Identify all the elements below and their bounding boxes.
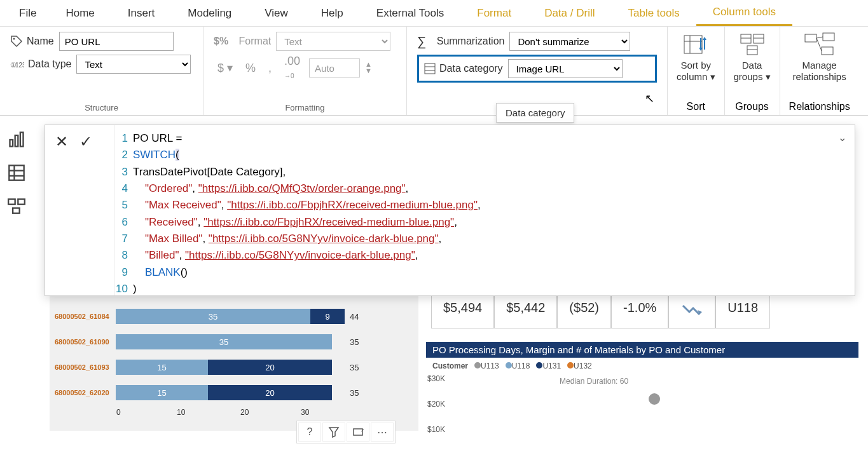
summarization-select[interactable]: Don't summarize [509, 32, 630, 51]
sort-icon [682, 32, 710, 57]
filter-icon[interactable] [322, 423, 345, 442]
bar-row: 68000502_6108435944 [55, 306, 418, 327]
groups-icon [738, 32, 766, 57]
relationships-icon [804, 32, 836, 57]
svg-rect-6 [684, 36, 702, 53]
svg-rect-28 [18, 199, 25, 205]
group-groups: Groups [735, 101, 768, 112]
svg-rect-21 [15, 135, 18, 147]
tag-icon [10, 35, 23, 48]
tab-data-drill[interactable]: Data / Drill [528, 0, 611, 26]
svg-text:123: 123 [15, 62, 24, 69]
name-label: Name [10, 35, 54, 48]
svg-point-0 [13, 38, 15, 40]
tab-file[interactable]: File [0, 0, 49, 26]
formula-cancel-button[interactable]: ✕ [55, 133, 68, 151]
svg-line-18 [816, 37, 823, 38]
auto-input[interactable] [309, 58, 360, 78]
more-icon[interactable]: ⋯ [371, 423, 394, 442]
trend-down-icon [680, 301, 703, 320]
percent-button[interactable]: % [242, 62, 259, 75]
tab-modeling[interactable]: Modeling [171, 0, 248, 26]
report-view-icon[interactable] [8, 131, 25, 149]
tab-format[interactable]: Format [460, 0, 528, 26]
card-value-1: $5,494 [431, 295, 494, 328]
tab-external-tools[interactable]: External Tools [360, 0, 460, 26]
card-value-4: -1.0% [611, 295, 668, 328]
comma-button[interactable]: , [265, 62, 275, 75]
tab-insert[interactable]: Insert [111, 0, 172, 26]
svg-rect-9 [741, 34, 751, 43]
bar-row: 68000502_610903535 [55, 332, 418, 352]
svg-rect-15 [805, 34, 816, 42]
card-value-3: ($52) [557, 295, 611, 328]
manage-relationships-button[interactable]: Managerelationships Relationships [780, 27, 859, 115]
group-relationships: Relationships [789, 101, 850, 112]
summarization-label: ∑ Summarization [417, 34, 504, 49]
svg-rect-10 [754, 34, 764, 43]
formula-bar: ✕ ✓ 12345678910 PO URL = SWITCH( TransDa… [45, 125, 855, 296]
scatter-point [649, 393, 660, 405]
data-category-label: Data category [424, 63, 503, 74]
tab-table-tools[interactable]: Table tools [611, 0, 696, 26]
card-row: $5,494 $5,442 ($52) -1.0% U118 [431, 295, 770, 328]
format-select[interactable]: Text [276, 32, 390, 51]
datatype-label: ①123 Data type [10, 58, 71, 71]
left-view-rail [0, 121, 33, 215]
format-label: $% Format [214, 36, 271, 47]
category-icon [424, 63, 436, 74]
datatype-icon: ①123 [10, 58, 24, 71]
svg-rect-20 [10, 140, 13, 147]
group-formatting: Formatting [214, 100, 396, 112]
datatype-select[interactable]: Text [76, 55, 191, 74]
scatter-legend: Customer U113 U118 U131 U132 [426, 358, 858, 374]
data-category-select[interactable]: Image URL [508, 59, 623, 78]
ribbon: Name ①123 Data type Text Structure $% Fo… [0, 27, 868, 116]
data-groups-button[interactable]: Datagroups ▾ Groups [725, 27, 780, 115]
svg-rect-11 [747, 46, 757, 55]
svg-rect-3 [425, 64, 435, 74]
cursor-icon: ↖ [645, 91, 654, 105]
tab-home[interactable]: Home [49, 0, 111, 26]
bar-chart-axis: 0102030 [116, 408, 345, 421]
card-value-2: $5,442 [494, 295, 557, 328]
model-view-icon[interactable] [8, 197, 25, 215]
formula-editor[interactable]: 12345678910 PO URL = SWITCH( TransDatePi… [115, 125, 829, 295]
top-tab-bar: File Home Insert Modeling View Help Exte… [0, 0, 868, 27]
tab-column-tools[interactable]: Column tools [696, 0, 792, 26]
scatter-title: PO Processing Days, Margin and # of Mate… [426, 342, 858, 358]
tab-view[interactable]: View [248, 0, 305, 26]
svg-rect-16 [823, 33, 834, 41]
help-icon[interactable]: ? [298, 423, 321, 442]
focus-icon[interactable] [347, 423, 369, 442]
svg-rect-17 [822, 47, 833, 55]
formula-expand-button[interactable]: ⌄ [829, 125, 855, 295]
decimal-button[interactable]: .00→0 [280, 55, 304, 81]
group-sort: Sort [687, 101, 705, 112]
sort-by-column-button[interactable]: Sort bycolumn ▾ Sort [668, 27, 725, 115]
svg-rect-23 [9, 165, 24, 180]
data-category-tooltip: Data category [496, 103, 574, 123]
name-input[interactable] [59, 32, 174, 51]
scatter-chart-visual[interactable]: PO Processing Days, Margin and # of Mate… [426, 342, 858, 453]
svg-rect-29 [13, 208, 19, 213]
data-category-highlight: Data category Image URL [417, 55, 657, 83]
card-customer: U118 [715, 295, 770, 328]
svg-rect-30 [354, 429, 362, 435]
bar-row: 68000502_62020152035 [55, 382, 418, 403]
spinner-icon[interactable]: ▲▼ [365, 62, 372, 74]
bar-row: 68000502_61093152035 [55, 357, 418, 377]
svg-rect-22 [20, 132, 24, 146]
currency-button[interactable]: $ ▾ [214, 61, 237, 75]
visual-toolbar: ? ⋯ [296, 421, 396, 443]
svg-rect-27 [8, 199, 15, 205]
tab-help[interactable]: Help [305, 0, 360, 26]
card-trend [668, 295, 715, 328]
group-structure: Structure [10, 100, 193, 112]
formula-commit-button[interactable]: ✓ [79, 133, 92, 151]
data-view-icon[interactable] [8, 164, 25, 182]
svg-line-19 [816, 38, 822, 51]
scatter-plot-area: $30K $20K $10K Median Duration: 60 [451, 374, 858, 444]
